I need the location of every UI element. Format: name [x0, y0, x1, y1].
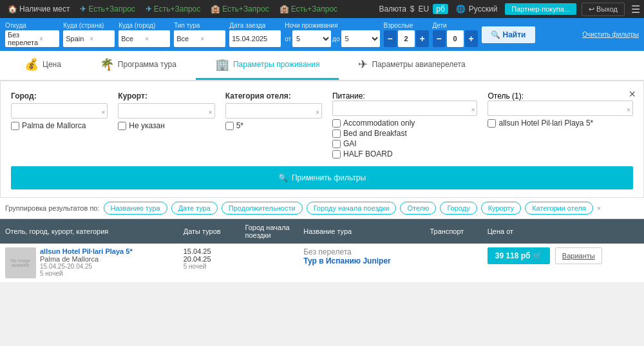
to-city-input-wrap[interactable]: Все × [118, 30, 170, 47]
children-counter: − 0 + [433, 30, 478, 47]
availability-label: 🏠 Наличие мест [4, 3, 73, 15]
sort-btn-city-start[interactable]: Городу начала поездки [307, 202, 397, 215]
from-input-wrap[interactable]: Без перелета × [5, 30, 59, 47]
filter-meal-checkbox-3[interactable] [332, 140, 341, 148]
tab-accommodation-label: Параметры проживания [233, 60, 319, 69]
filter-hotel-cat-label: Категория отеля: [225, 91, 322, 101]
tour-type-input-wrap[interactable]: Все × [174, 30, 225, 47]
sort-bar-close[interactable]: × [597, 204, 601, 212]
adults-minus[interactable]: − [384, 30, 397, 47]
filter-city-input[interactable] [11, 103, 108, 119]
results-table: Отель, город, курорт, категория Даты тур… [0, 219, 644, 283]
children-plus[interactable]: + [465, 30, 478, 47]
filter-city-clear[interactable]: × [101, 109, 105, 116]
tab-accommodation[interactable]: 🏢 Параметры проживания [196, 51, 339, 80]
hotel-dates-range: 15.04.25-20.04.25 [40, 263, 133, 270]
filter-meal-option-label-4: HALF BOARD [343, 149, 393, 159]
filter-hotel1-clear[interactable]: × [627, 106, 630, 113]
avail-item-3[interactable]: 🏨 Есть+Запрос [207, 3, 272, 15]
date-field: Дата заезда [229, 22, 281, 47]
tour-type-field: Тип тура Все × [174, 22, 225, 47]
filter-hotel-cat-option-1[interactable]: 5* [225, 121, 322, 130]
filter-meal-option-1[interactable]: Accommodation only [332, 119, 478, 128]
avail-item-4[interactable]: 🏨 Есть+Запрос [276, 3, 341, 15]
filter-city-option-1[interactable]: Palma de Mallorca [11, 121, 108, 130]
to-country-input-wrap[interactable]: Spain × [63, 30, 115, 47]
to-country-clear[interactable]: × [90, 35, 112, 43]
nights-from-select[interactable]: 5 [292, 30, 331, 47]
filter-resort-checkbox-1[interactable] [118, 122, 126, 130]
tour-type-value: Все [176, 35, 199, 43]
filter-hotel-cat-clear[interactable]: × [316, 109, 319, 116]
nights-label: Ночи проживания [285, 22, 379, 29]
adults-plus[interactable]: + [416, 30, 429, 47]
partner-button[interactable]: Партнер-покупа... [505, 3, 576, 15]
currency-usd[interactable]: $ [410, 5, 415, 14]
filter-hotel1-option-1[interactable]: allsun Hotel Pil·lari Playa 5* [488, 119, 633, 128]
filter-meal-option-4[interactable]: HALF BOARD [332, 149, 478, 159]
filter-hotel-cat-input[interactable] [225, 103, 322, 119]
adults-label: Взрослые [384, 22, 429, 29]
sort-btn-resort[interactable]: Курорту [481, 202, 522, 215]
filter-meal-checkbox-1[interactable] [332, 119, 341, 128]
search-button[interactable]: 🔍 Найти [482, 26, 535, 43]
children-minus[interactable]: − [433, 30, 446, 47]
program-icon: 🌴 [100, 57, 114, 72]
tour-type-clear[interactable]: × [200, 35, 223, 43]
tab-flight[interactable]: ✈ Параметры авиаперелета [339, 51, 484, 80]
from-field: Откуда Без перелета × [5, 22, 59, 47]
filter-resort-input[interactable] [118, 103, 214, 119]
sort-btn-city[interactable]: Городу [440, 202, 477, 215]
table-row: No Image available allsun Hotel Pil·lari… [0, 244, 644, 283]
avail-item-2[interactable]: ✈ Есть+Запрос [142, 3, 204, 15]
tab-price-label: Цена [43, 60, 61, 69]
filter-meal-checkbox-2[interactable] [332, 130, 341, 138]
filter-meal-clear[interactable]: × [471, 106, 475, 113]
clear-filters[interactable]: Очистить фильтры [582, 31, 639, 38]
filter-meal-input[interactable] [332, 101, 478, 116]
menu-icon[interactable]: ☰ [631, 3, 640, 15]
filter-meal-option-2[interactable]: Bed and Breakfast [332, 129, 478, 138]
hotel-name[interactable]: allsun Hotel Pil·lari Playa 5* [40, 247, 133, 255]
sort-btn-tour-name[interactable]: Названию тура [104, 202, 167, 215]
hotel-icon-1: 🏨 [211, 5, 220, 14]
sort-btn-hotel-cat[interactable]: Категории отеля [525, 202, 593, 215]
filter-resort-clear[interactable]: × [209, 109, 213, 116]
filter-close-button[interactable]: × [629, 88, 636, 101]
filter-hotel-cat-checkbox-1[interactable] [225, 122, 234, 130]
sort-btn-hotel[interactable]: Отелю [400, 202, 436, 215]
hotel-nights: 5 ночей [40, 270, 133, 277]
children-value: 0 [447, 30, 464, 47]
language-selector[interactable]: 🌐 Русский [456, 5, 498, 14]
hotel-thumbnail: No Image available [5, 247, 36, 278]
filter-city-checkbox-1[interactable] [11, 122, 19, 130]
home-icon[interactable]: 🏠 [8, 5, 17, 14]
flight-icon: ✈ [358, 57, 368, 72]
date-input[interactable] [229, 30, 281, 47]
tab-price[interactable]: 💰 Цена [5, 51, 80, 80]
filter-resort-option-1[interactable]: Не указан [118, 121, 214, 130]
col-transport: Транспорт [424, 219, 482, 244]
filter-meal-checkbox-4[interactable] [332, 150, 341, 159]
from-clear[interactable]: × [39, 35, 57, 43]
apply-filters-button[interactable]: 🔍 Применить фильтры [11, 166, 633, 189]
nights-inner: от 5 до 5 [285, 30, 379, 47]
lang-label: Русский [469, 5, 498, 14]
variants-button[interactable]: Варианты [555, 247, 602, 264]
filter-meal-option-3[interactable]: GAI [332, 139, 478, 148]
currency-eu[interactable]: EU [419, 5, 430, 14]
sort-btn-duration[interactable]: Продолжительности [222, 202, 303, 215]
filter-hotel1-checkbox-1[interactable] [488, 119, 496, 128]
tour-title[interactable]: Тур в Испанию Juniper [303, 256, 419, 265]
to-city-clear[interactable]: × [145, 35, 167, 43]
nights-to-select[interactable]: 5 [341, 30, 380, 47]
filter-hotel1-input[interactable] [488, 101, 633, 116]
avail-item-1[interactable]: ✈ Есть+Запрос [76, 3, 138, 15]
top-navigation: 🏠 Наличие мест ✈ Есть+Запрос ✈ Есть+Запр… [0, 0, 644, 18]
currency-rb[interactable]: рб [433, 4, 448, 14]
filter-row: Город: × Palma de Mallorca Курорт: × Не … [11, 91, 633, 160]
price-button[interactable]: 39 118 рб 🛒 [488, 247, 550, 264]
tab-program[interactable]: 🌴 Программа тура [80, 51, 196, 80]
sort-btn-tour-date[interactable]: Дате тура [171, 202, 218, 215]
exit-button[interactable]: Выход [582, 3, 625, 16]
